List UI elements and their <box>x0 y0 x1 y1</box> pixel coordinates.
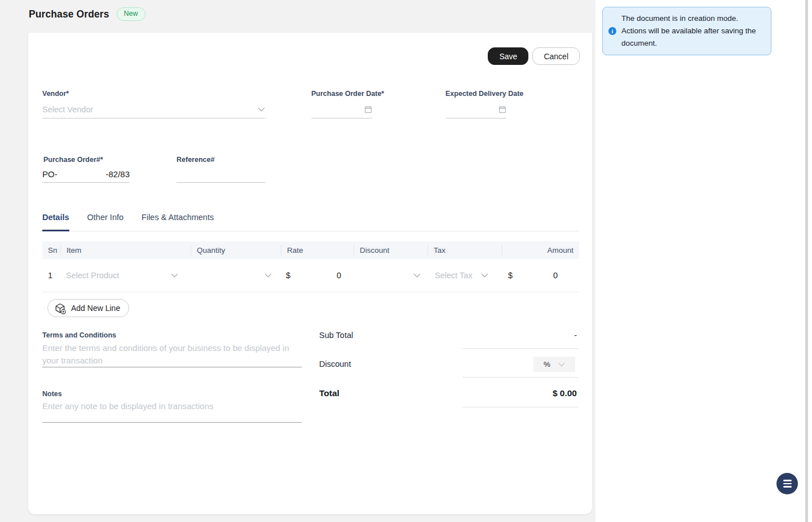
right-panel: i The document is in creation mode. Acti… <box>595 0 812 522</box>
amount-cell: $ 0 <box>502 271 579 280</box>
table-row: 1 Select Product $ 0 <box>42 259 579 292</box>
calendar-icon <box>498 106 506 113</box>
total-value: $ 0.00 <box>462 388 579 398</box>
quantity-select[interactable] <box>191 273 281 278</box>
purchase-order-page: Purchase Orders New i The document is in… <box>0 0 812 522</box>
total-label: Total <box>319 388 339 398</box>
hamburger-icon <box>783 483 792 484</box>
tax-select[interactable]: Select Tax <box>427 271 502 280</box>
page-title: Purchase Orders <box>29 8 109 20</box>
rate-value: 0 <box>337 271 341 280</box>
reference-label: Reference# <box>176 156 214 164</box>
divider <box>462 348 579 349</box>
divider <box>462 377 579 378</box>
discount-unit-value: % <box>544 360 550 369</box>
po-date-label: Purchase Order Date* <box>311 90 384 98</box>
tab-files-attachments[interactable]: Files & Attachments <box>142 213 214 231</box>
discount-unit-select[interactable]: % <box>533 357 575 372</box>
header-discount: Discount <box>354 245 427 256</box>
chevron-down-icon <box>264 273 272 278</box>
tab-other-info[interactable]: Other Info <box>87 213 123 231</box>
po-number-suffix: -82/83 <box>105 169 130 179</box>
terms-textarea[interactable]: Enter the terms and conditions of your b… <box>42 342 302 367</box>
purchase-order-form-card: Save Cancel Vendor* Select Vendor Purcha… <box>28 33 592 514</box>
chevron-down-icon <box>413 273 421 278</box>
header-sn: Sn <box>42 245 60 256</box>
header-amount: Amount <box>502 245 579 256</box>
banner-text: The document is in creation mode. Action… <box>621 12 764 50</box>
tab-details[interactable]: Details <box>42 213 69 231</box>
page-scrollbar[interactable] <box>805 0 808 522</box>
header-item: Item <box>60 245 191 256</box>
discount-label: Discount <box>319 359 351 369</box>
item-placeholder: Select Product <box>66 271 119 280</box>
add-new-line-label: Add New Line <box>71 304 120 313</box>
hamburger-icon <box>783 480 792 481</box>
vendor-placeholder: Select Vendor <box>42 105 93 114</box>
page-header: Purchase Orders New <box>29 7 145 21</box>
header-rate: Rate <box>281 245 354 256</box>
cancel-button[interactable]: Cancel <box>532 47 580 65</box>
table-header-row: Sn Item Quantity Rate Discount Tax Amoun… <box>42 242 579 259</box>
po-number-label: Purchase Order#* <box>43 156 103 164</box>
line-items-table: Sn Item Quantity Rate Discount Tax Amoun… <box>42 242 579 292</box>
po-number-input[interactable]: PO- -82/83 <box>42 165 130 183</box>
vendor-label: Vendor* <box>42 90 69 98</box>
detail-tabs: Details Other Info Files & Attachments <box>42 213 579 231</box>
amount-currency: $ <box>508 271 513 280</box>
divider <box>462 407 579 407</box>
hamburger-icon <box>783 486 792 487</box>
amount-value: 0 <box>553 271 558 280</box>
save-button[interactable]: Save <box>488 47 528 65</box>
tax-placeholder: Select Tax <box>435 271 473 280</box>
box-plus-icon <box>54 302 66 314</box>
terms-label: Terms and Conditions <box>42 331 116 339</box>
chevron-down-icon <box>258 107 265 112</box>
sub-total-label: Sub Total <box>319 331 353 340</box>
notes-label: Notes <box>42 390 62 398</box>
discount-select[interactable] <box>354 273 427 278</box>
vendor-select[interactable]: Select Vendor <box>42 100 265 119</box>
row-sn: 1 <box>42 271 60 280</box>
delivery-date-input[interactable] <box>445 100 506 119</box>
po-number-prefix: PO- <box>42 169 58 179</box>
po-date-input[interactable] <box>311 100 372 119</box>
item-select[interactable]: Select Product <box>60 271 191 280</box>
chevron-down-icon <box>481 273 488 278</box>
chevron-down-icon <box>171 273 178 278</box>
chevron-down-icon <box>558 362 565 367</box>
notes-textarea[interactable]: Enter any note to be displayed in transa… <box>42 400 302 423</box>
header-quantity: Quantity <box>191 245 281 256</box>
delivery-date-label: Expected Delivery Date <box>445 90 523 98</box>
floating-menu-button[interactable] <box>776 473 798 494</box>
rate-input[interactable]: $ 0 <box>281 271 354 280</box>
sub-total-value: - <box>462 331 579 340</box>
rate-currency: $ <box>286 271 290 280</box>
info-icon: i <box>608 27 616 35</box>
header-tax: Tax <box>427 245 502 256</box>
form-actions: Save Cancel <box>488 47 580 65</box>
add-new-line-button[interactable]: Add New Line <box>47 299 129 317</box>
calendar-icon <box>364 106 372 113</box>
creation-mode-banner: i The document is in creation mode. Acti… <box>602 7 771 55</box>
reference-input[interactable] <box>176 165 265 183</box>
status-badge: New <box>117 7 145 21</box>
